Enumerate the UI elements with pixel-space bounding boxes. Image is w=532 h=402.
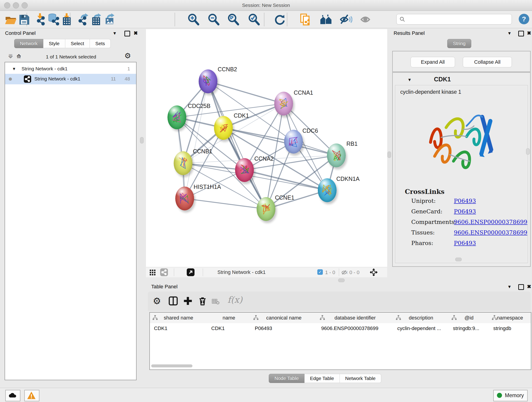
memory-button[interactable]: Memory bbox=[493, 390, 528, 401]
table-options-gear-icon[interactable]: ⚙ bbox=[153, 296, 163, 306]
network-node-HIST1H1A[interactable] bbox=[175, 186, 194, 211]
import-database-button[interactable] bbox=[48, 13, 60, 26]
zoom-fit-button[interactable] bbox=[227, 13, 240, 26]
hide-selected-button[interactable] bbox=[340, 13, 352, 26]
expand-all-icon[interactable]: ⟰ bbox=[17, 53, 21, 60]
selected-checkbox-icon[interactable]: ✓ bbox=[317, 269, 323, 275]
network-node-CDKN1A[interactable] bbox=[318, 178, 336, 202]
network-row-selected[interactable]: String Network - cdk1 11 48 bbox=[5, 74, 136, 84]
table-cell[interactable]: CDK1 bbox=[211, 323, 249, 336]
refresh-button[interactable] bbox=[273, 13, 285, 26]
table-cell[interactable]: P06493 bbox=[255, 323, 316, 336]
expand-all-button[interactable]: Expand All bbox=[411, 57, 455, 67]
tab-string[interactable]: String bbox=[447, 39, 471, 48]
birdseye-view-icon[interactable] bbox=[187, 268, 195, 276]
tab-network-table[interactable]: Network Table bbox=[340, 374, 381, 383]
column-header-database-identifier[interactable]: database identifier bbox=[317, 313, 393, 323]
home-button[interactable] bbox=[320, 13, 332, 26]
minimize-window-button[interactable] bbox=[13, 2, 19, 8]
table-cell[interactable]: stringdb:9... bbox=[453, 323, 488, 336]
annotation-share-button[interactable] bbox=[299, 13, 312, 26]
crosslink-link[interactable]: P06493 bbox=[454, 208, 476, 215]
control-panel-float-icon[interactable] bbox=[124, 31, 130, 38]
help-button[interactable]: ? bbox=[519, 14, 529, 24]
warning-button[interactable] bbox=[24, 390, 39, 401]
control-panel-menu-icon[interactable]: ▾ bbox=[114, 30, 116, 36]
column-header-name[interactable]: name bbox=[207, 313, 251, 323]
table-cell[interactable]: 9606.ENSP00000378699 bbox=[321, 323, 392, 336]
show-columns-icon[interactable] bbox=[168, 296, 178, 306]
control-panel-close-icon[interactable]: ✖ bbox=[133, 30, 138, 36]
table-panel-menu-icon[interactable]: ▾ bbox=[508, 284, 511, 290]
table-cell[interactable]: stringdb bbox=[493, 323, 530, 336]
import-table-button[interactable] bbox=[61, 13, 73, 26]
results-panel-close-icon[interactable]: ✖ bbox=[527, 30, 531, 36]
create-column-icon[interactable] bbox=[183, 296, 193, 306]
column-header--id[interactable]: @id bbox=[449, 313, 489, 323]
network-node-CDC6[interactable] bbox=[284, 130, 303, 153]
results-panel-menu-icon[interactable]: ▾ bbox=[508, 30, 511, 36]
open-session-button[interactable] bbox=[5, 13, 17, 26]
collapse-all-icon[interactable]: ⟱ bbox=[8, 53, 13, 60]
table-panel-close-icon[interactable]: ✖ bbox=[527, 284, 531, 290]
splitter-handle[interactable] bbox=[387, 152, 391, 158]
splitter-handle[interactable] bbox=[338, 279, 345, 282]
tab-sets[interactable]: Sets bbox=[90, 39, 111, 48]
delete-column-icon[interactable] bbox=[197, 296, 208, 306]
grid-view-icon[interactable] bbox=[149, 269, 156, 276]
crosslink-link[interactable]: 9606.ENSP00000378699 bbox=[454, 219, 527, 225]
search-box[interactable] bbox=[396, 14, 512, 25]
fit-crosshair-icon[interactable] bbox=[370, 269, 377, 276]
network-collection-row[interactable]: ▾ String Network - cdk1 1 bbox=[5, 64, 136, 74]
hidden-eye-icon[interactable] bbox=[341, 269, 348, 276]
zoom-out-button[interactable] bbox=[208, 13, 220, 26]
crosslink-link[interactable]: 9606.ENSP00000378699 bbox=[454, 229, 527, 236]
tab-style[interactable]: Style bbox=[43, 39, 65, 48]
crosslink-link[interactable]: P06493 bbox=[454, 198, 476, 204]
crosslink-link[interactable]: P06493 bbox=[454, 240, 476, 246]
network-edge[interactable] bbox=[185, 81, 208, 198]
card-scrollbar[interactable] bbox=[526, 148, 530, 155]
table-cell[interactable]: cyclin-dependent ... bbox=[397, 323, 447, 336]
save-session-button[interactable] bbox=[18, 13, 30, 26]
function-builder-icon[interactable]: f(x) bbox=[228, 295, 238, 305]
collapse-all-button[interactable]: Collapse All bbox=[463, 57, 512, 67]
network-node-CCNE1[interactable] bbox=[257, 197, 275, 221]
export-image-button[interactable] bbox=[104, 13, 116, 26]
column-header-canonical-name[interactable]: canonical name bbox=[251, 313, 317, 323]
search-input[interactable] bbox=[408, 15, 509, 23]
column-header-namespace[interactable]: namespace bbox=[489, 313, 531, 323]
tab-select[interactable]: Select bbox=[65, 39, 90, 48]
card-scrollbar[interactable] bbox=[455, 258, 462, 261]
network-thumbnail-icon[interactable] bbox=[160, 268, 168, 276]
table-panel-float-icon[interactable] bbox=[518, 284, 524, 291]
network-node-RB1[interactable] bbox=[327, 143, 346, 167]
network-canvas[interactable]: CCNB2CCNA1CDC25BCDK1CDC6RB1CCNB1CCNA2CDK… bbox=[146, 29, 387, 267]
network-node-CDC25B[interactable] bbox=[167, 105, 186, 129]
network-edge[interactable] bbox=[185, 198, 266, 209]
column-header-description[interactable]: description bbox=[393, 313, 449, 323]
tab-network[interactable]: Network bbox=[14, 39, 43, 48]
delete-table-icon[interactable] bbox=[211, 298, 222, 308]
cloud-button[interactable] bbox=[5, 390, 20, 401]
network-node-CCNB1[interactable] bbox=[174, 151, 192, 175]
export-table-button[interactable] bbox=[90, 13, 103, 26]
zoom-window-button[interactable] bbox=[22, 2, 28, 8]
splitter-handle[interactable] bbox=[140, 137, 144, 143]
network-node-CCNA1[interactable] bbox=[274, 92, 293, 115]
tab-node-table[interactable]: Node Table bbox=[269, 374, 304, 383]
tab-edge-table[interactable]: Edge Table bbox=[304, 374, 340, 383]
network-node-CCNB2[interactable] bbox=[199, 70, 217, 93]
table-horizontal-scrollbar[interactable] bbox=[151, 364, 192, 367]
zoom-in-button[interactable] bbox=[187, 13, 200, 26]
gene-expander-icon[interactable]: ▾ bbox=[408, 77, 411, 83]
node-table[interactable]: shared nameCDK1nameCDK1 canonical nameP0… bbox=[149, 312, 531, 370]
column-header-shared-name[interactable]: shared name bbox=[150, 313, 207, 323]
results-panel-float-icon[interactable] bbox=[518, 31, 524, 38]
import-network-button[interactable] bbox=[35, 13, 47, 26]
network-options-gear-icon[interactable]: ⚙ bbox=[124, 51, 131, 60]
collection-expander-icon[interactable]: ▾ bbox=[13, 66, 15, 71]
network-node-CDK1[interactable] bbox=[214, 116, 233, 140]
export-network-button[interactable] bbox=[77, 13, 90, 26]
table-cell[interactable]: CDK1 bbox=[154, 323, 206, 336]
